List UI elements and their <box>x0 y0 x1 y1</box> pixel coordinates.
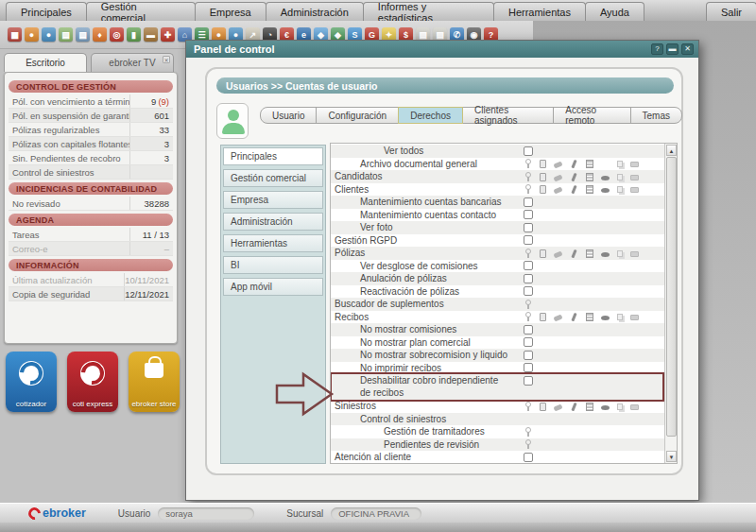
permission-row[interactable]: Siniestros <box>331 400 665 413</box>
copy-icon[interactable] <box>617 161 623 167</box>
category-tab-principales[interactable]: Principales <box>223 147 323 165</box>
app-button-cotizador[interactable]: cotizador <box>6 352 57 412</box>
dashboard-row[interactable]: Pól. con vencimiento a término9(9) <box>9 94 173 109</box>
scrollbar[interactable]: ▲ ▼ <box>664 144 677 463</box>
copy-icon[interactable] <box>617 403 623 410</box>
help-button-icon[interactable]: ? <box>651 43 663 55</box>
eraser-icon[interactable] <box>553 187 562 195</box>
key-icon[interactable] <box>524 172 532 181</box>
menu-item-gesti-n-comercial[interactable]: Gestión comercial <box>86 2 196 21</box>
rollup-button-icon[interactable]: ▬ <box>666 43 679 55</box>
branch-field[interactable]: OFICINA PRAVIA <box>331 507 421 520</box>
menu-item-ayuda[interactable]: Ayuda <box>585 2 644 21</box>
pen-icon[interactable] <box>571 313 576 321</box>
eraser-icon[interactable] <box>553 174 562 181</box>
print-icon[interactable] <box>630 175 639 180</box>
copy-icon[interactable] <box>617 314 623 320</box>
permission-row[interactable]: Mantenimiento cuentas contacto <box>331 209 665 222</box>
tab-close-icon[interactable]: ✕ <box>163 56 170 63</box>
eye-icon[interactable] <box>601 252 610 257</box>
menu-item-informes-y-estad-sticas[interactable]: Informes y estadísticas <box>363 2 494 21</box>
pen-icon[interactable] <box>571 173 576 181</box>
permission-row[interactable]: Candidatos <box>331 170 665 183</box>
permission-checkbox[interactable] <box>524 363 533 372</box>
permission-checkbox[interactable] <box>524 286 533 296</box>
target-icon[interactable]: ◎ <box>110 27 124 42</box>
permission-checkbox[interactable] <box>524 146 533 156</box>
key-icon[interactable] <box>524 439 532 449</box>
dashboard-row[interactable]: Pól. en suspensión de garantías601 <box>9 109 173 123</box>
dashboard-row[interactable]: Copia de seguridad12/11/2021 <box>9 287 173 301</box>
sidebar-tab-ebroker-tv[interactable]: ebroker TV✕ <box>91 53 174 72</box>
scroll-up-arrow[interactable]: ▲ <box>666 145 677 156</box>
menu-item-empresa[interactable]: Empresa <box>195 2 266 21</box>
briefcase-icon[interactable]: ▬ <box>144 27 158 42</box>
tab-acceso-remoto[interactable]: Acceso remoto <box>553 107 630 124</box>
permission-row[interactable]: No mostrar plan comercial <box>331 336 665 350</box>
user-field[interactable]: soraya <box>158 507 254 520</box>
pen-icon[interactable] <box>571 160 576 168</box>
eraser-icon[interactable] <box>553 403 562 411</box>
dashboard-row[interactable]: Última actualización10/11/2021 <box>9 273 173 287</box>
doc-icon[interactable] <box>540 160 546 168</box>
permission-row[interactable]: No imprimir recibos <box>331 362 665 375</box>
permission-row[interactable]: Anulación de pólizas <box>331 272 665 285</box>
doc-icon[interactable] <box>540 185 546 194</box>
print-icon[interactable] <box>630 162 639 167</box>
key-icon[interactable] <box>524 427 532 437</box>
permission-row[interactable]: Atención al cliente <box>331 451 665 464</box>
permission-row[interactable]: Control de siniestros <box>331 413 665 426</box>
list-blue-icon[interactable]: ▤ <box>76 27 90 42</box>
grid-icon[interactable] <box>586 173 593 181</box>
pen-icon[interactable] <box>571 185 576 194</box>
permission-checkbox[interactable] <box>524 453 533 462</box>
book-icon[interactable]: ▮ <box>127 27 141 42</box>
dialog-titlebar[interactable]: Panel de control ?▬✕ <box>186 41 698 58</box>
dashboard-row[interactable]: Sin. Pendientes de recobro3 <box>9 151 173 165</box>
doc-icon[interactable] <box>540 313 546 321</box>
permission-row[interactable]: Pólizas <box>331 247 665 260</box>
scroll-down-arrow[interactable]: ▼ <box>666 451 677 462</box>
category-tab-bi[interactable]: BI <box>223 256 323 274</box>
cube-icon[interactable]: ▦ <box>8 27 22 42</box>
tab-derechos[interactable]: Derechos <box>398 107 463 124</box>
permission-row[interactable]: Buscador de suplementos <box>331 298 665 311</box>
permission-row[interactable]: Ver desglose de comisiones <box>331 260 665 273</box>
eraser-icon[interactable] <box>553 315 562 322</box>
permission-checkbox[interactable] <box>524 351 533 360</box>
permission-row[interactable]: Mantenimiento cuentas bancarias <box>331 196 665 209</box>
permission-checkbox[interactable] <box>524 261 533 270</box>
permission-row[interactable]: No mostrar comisiones <box>331 323 665 336</box>
app-button-coti-express[interactable]: coti express <box>67 352 118 412</box>
scroll-thumb[interactable] <box>666 157 677 437</box>
menu-item-salir[interactable]: Salir <box>706 2 756 21</box>
permission-checkbox[interactable] <box>524 210 533 219</box>
eye-icon[interactable] <box>601 188 610 193</box>
print-icon[interactable] <box>630 187 639 193</box>
permission-checkbox[interactable] <box>524 223 533 232</box>
print-icon[interactable] <box>630 251 639 257</box>
menu-item-principales[interactable]: Principales <box>6 2 87 21</box>
permission-checkbox[interactable] <box>524 325 533 335</box>
dashboard-row[interactable]: No revisado38288 <box>9 197 173 211</box>
permission-row[interactable]: Gestión RGPD <box>331 234 665 248</box>
app-button-ebroker-store[interactable]: ebroker store <box>129 352 180 412</box>
permission-checkbox[interactable] <box>524 376 533 386</box>
print-icon[interactable] <box>630 404 639 410</box>
permission-row[interactable]: Clientes <box>331 183 665 197</box>
permission-checkbox[interactable] <box>524 274 533 283</box>
doc-icon[interactable] <box>540 173 546 181</box>
copy-icon[interactable] <box>617 174 623 180</box>
user-blue-icon[interactable]: ● <box>42 27 56 42</box>
category-tab-herramientas[interactable]: Herramientas <box>223 234 323 252</box>
grid-icon[interactable] <box>586 185 593 194</box>
permission-row[interactable]: Deshabilitar cobro independiente de reci… <box>331 374 665 400</box>
category-tab-administraci-n[interactable]: Administración <box>223 213 323 231</box>
key-icon[interactable] <box>524 402 532 411</box>
pen-icon[interactable] <box>571 403 576 411</box>
key-icon[interactable] <box>524 312 532 321</box>
menu-item-herramientas[interactable]: Herramientas <box>493 2 586 21</box>
sidebar-tab-escritorio[interactable]: Escritorio <box>4 53 87 72</box>
grid-icon[interactable] <box>586 160 593 168</box>
flame-icon[interactable]: ♦ <box>93 27 107 42</box>
